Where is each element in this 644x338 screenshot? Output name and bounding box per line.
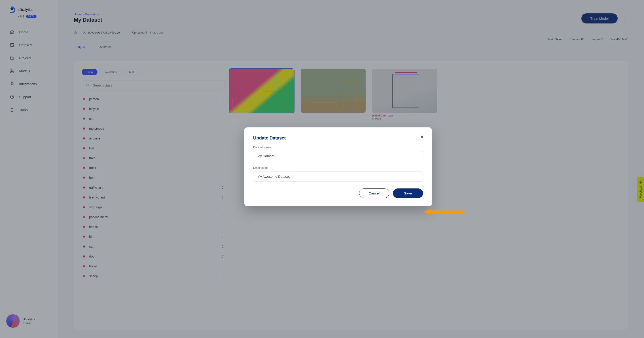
update-dataset-modal: Update Dataset ✕ Dataset name Descriptio… [244,128,432,206]
name-label: Dataset name [253,146,423,149]
save-button[interactable]: Save [393,188,423,198]
modal-title: Update Dataset [253,136,423,140]
annotation-arrow [424,209,464,215]
desc-label: Description [253,166,423,170]
dataset-desc-input[interactable] [253,171,423,182]
close-icon[interactable]: ✕ [420,134,424,140]
cancel-button[interactable]: Cancel [359,188,389,198]
dataset-name-input[interactable] [253,151,423,161]
